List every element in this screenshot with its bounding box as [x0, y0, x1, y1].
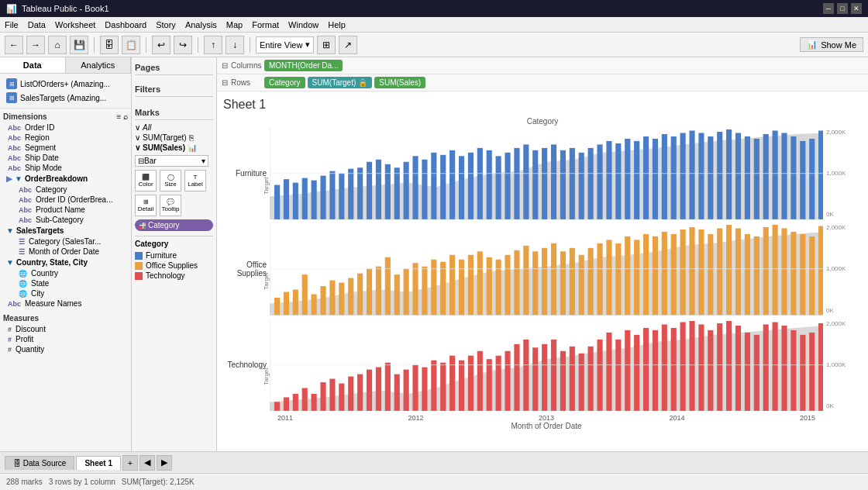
dim-city[interactable]: 🌐 City	[14, 288, 128, 298]
sheet1-tab[interactable]: Sheet 1	[76, 456, 121, 470]
title-bar-controls[interactable]: ─ □ ✕	[823, 3, 862, 14]
dim-product-name[interactable]: Abc Product Name	[14, 205, 128, 215]
svg-rect-12	[376, 160, 381, 220]
bar-type-dropdown[interactable]: ⊟ Bar ▾	[135, 155, 208, 167]
dim-order-id-breakdown[interactable]: Abc Order ID (OrderBrea...	[14, 195, 128, 205]
save-button[interactable]: 💾	[70, 36, 88, 54]
home-button[interactable]: ⌂	[48, 36, 67, 54]
furniture-svg	[270, 127, 823, 219]
menu-dashboard[interactable]: Dashboard	[105, 20, 146, 29]
back-button[interactable]: ←	[5, 36, 23, 54]
target-axis-label-2: Target	[263, 272, 270, 289]
dim-ship-date[interactable]: Abc Ship Date	[3, 153, 128, 163]
dim-sub-category[interactable]: Abc Sub-Category	[14, 215, 128, 225]
tab-analytics[interactable]: Analytics	[66, 57, 132, 73]
group-sales-targets[interactable]: ▼ SalesTargets	[3, 225, 128, 236]
sort-asc-button[interactable]: ↑	[204, 36, 222, 54]
menu-worksheet[interactable]: Worksheet	[55, 20, 95, 29]
measure-discount[interactable]: # Discount	[3, 324, 128, 334]
svg-rect-94	[542, 248, 547, 316]
category-pill[interactable]: Category	[135, 219, 213, 231]
menu-window[interactable]: Window	[288, 20, 319, 29]
group-country[interactable]: ▼ Country, State, City	[3, 257, 128, 268]
redo-button[interactable]: ↪	[174, 36, 192, 54]
dim-segment[interactable]: Abc Segment	[3, 143, 128, 153]
dim-state[interactable]: 🌐 State	[14, 278, 128, 288]
columns-pill[interactable]: MONTH(Order Da...	[264, 60, 343, 71]
menu-format[interactable]: Format	[252, 20, 279, 29]
measure-quantity[interactable]: # Quantity	[3, 344, 128, 354]
svg-rect-38	[615, 143, 621, 219]
measure-profit[interactable]: # Profit	[3, 334, 128, 344]
datasource-1[interactable]: ⊞ ListOfOrders+ (Amazing...	[3, 77, 128, 91]
datasource-tab[interactable]: 🗄 Data Source	[5, 456, 74, 470]
forward-button[interactable]: →	[26, 36, 45, 54]
svg-rect-17	[422, 160, 427, 220]
label-button[interactable]: T Label	[184, 170, 206, 192]
separator-4	[250, 37, 250, 53]
new-datasource-button[interactable]: 🗄	[100, 36, 119, 54]
svg-rect-123	[809, 236, 815, 315]
svg-rect-112	[708, 234, 713, 315]
paste-button[interactable]: 📋	[122, 36, 140, 54]
furniture-row-label: Furniture	[223, 127, 270, 219]
menu-analysis[interactable]: Analysis	[185, 20, 217, 29]
dim-month-order-date[interactable]: ☰ Month of Order Date	[14, 247, 128, 257]
svg-rect-113	[717, 229, 722, 316]
dim-order-id[interactable]: Abc Order ID	[3, 122, 128, 133]
sheet-prev-button[interactable]: ◀	[140, 455, 155, 471]
fit-button[interactable]: ⊞	[317, 36, 336, 54]
svg-rect-97	[570, 248, 575, 316]
svg-rect-5	[312, 181, 317, 220]
menu-help[interactable]: Help	[328, 20, 346, 29]
detail-button[interactable]: ⊞ Detail	[135, 195, 157, 216]
dim-measure-names[interactable]: Abc Measure Names	[3, 298, 128, 309]
rows-pill-category[interactable]: Category	[264, 77, 305, 88]
show-me-icon: 📊	[807, 40, 818, 50]
datasource-2[interactable]: ⊞ SalesTargets (Amazing...	[3, 91, 128, 105]
share-button[interactable]: ↗	[339, 36, 357, 54]
dim-region[interactable]: Abc Region	[3, 133, 128, 143]
dim-country[interactable]: 🌐 Country	[14, 268, 128, 278]
svg-rect-58	[800, 141, 805, 219]
svg-rect-8	[339, 174, 344, 220]
rows-pill-target[interactable]: SUM(Target) 🔒	[308, 77, 373, 88]
dim-category-salestar[interactable]: ☰ Category (SalesTar...	[14, 236, 128, 247]
sheet-next-button[interactable]: ▶	[157, 455, 172, 471]
svg-rect-145	[422, 367, 427, 411]
dim-ship-mode[interactable]: Abc Ship Mode	[3, 163, 128, 173]
title-bar-left: 📊 Tableau Public - Book1	[6, 4, 109, 14]
tooltip-button[interactable]: 💬 Tooltip	[160, 195, 181, 216]
menu-data[interactable]: Data	[28, 20, 46, 29]
group-order-breakdown[interactable]: ▶ ▼ OrderBreakdown	[3, 173, 128, 185]
size-button[interactable]: ◯ Size	[160, 170, 181, 192]
svg-rect-40	[634, 141, 639, 219]
menu-file[interactable]: File	[5, 20, 19, 29]
svg-rect-187	[809, 333, 815, 411]
color-button[interactable]: ⬛ Color	[135, 170, 157, 192]
menu-story[interactable]: Story	[156, 20, 176, 29]
minimize-button[interactable]: ─	[823, 3, 834, 14]
svg-rect-3	[293, 183, 298, 220]
rows-pill-sales[interactable]: SUM(Sales)	[374, 77, 425, 88]
add-sheet-button[interactable]: +	[122, 455, 138, 471]
svg-rect-52	[745, 136, 750, 219]
marks-sales-row[interactable]: ∨ SUM(Sales) 📊	[135, 143, 213, 153]
sort-desc-button[interactable]: ↓	[226, 36, 244, 54]
ds-icon-1: ⊞	[6, 78, 17, 89]
tab-data[interactable]: Data	[0, 57, 66, 73]
marks-target-row[interactable]: ∨ SUM(Target) ⎘	[135, 133, 213, 143]
undo-button[interactable]: ↩	[152, 36, 170, 54]
svg-rect-60	[818, 130, 823, 219]
maximize-button[interactable]: □	[837, 3, 848, 14]
close-button[interactable]: ✕	[851, 3, 862, 14]
svg-rect-144	[412, 364, 418, 411]
rows-label: ⊟ Rows	[222, 78, 264, 87]
show-me-label: Show Me	[821, 40, 856, 50]
show-me-button[interactable]: 📊 Show Me	[800, 37, 863, 52]
legend-color-office	[135, 262, 143, 270]
menu-map[interactable]: Map	[226, 20, 243, 29]
office-svg	[270, 223, 823, 315]
dim-category[interactable]: Abc Category	[14, 185, 128, 195]
view-dropdown[interactable]: Entire View ▾	[256, 36, 314, 53]
